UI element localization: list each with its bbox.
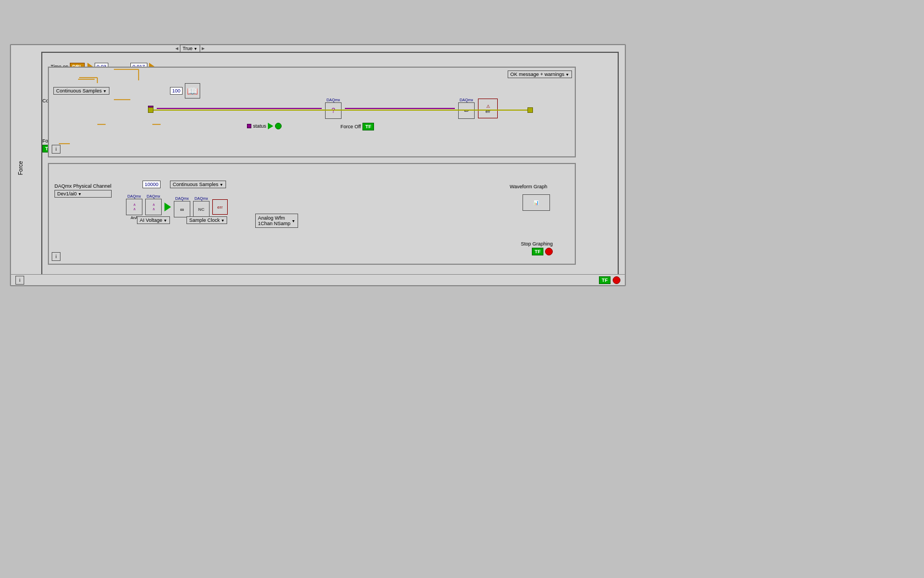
value-10000-container: 10000 (142, 181, 161, 188)
iter-icon-top: i (52, 145, 61, 154)
yellow-terminal-2 (527, 107, 533, 113)
true-label: True (183, 46, 193, 51)
continuous-samples-2[interactable]: Continuous Samples (170, 181, 226, 188)
analog-wfm-container: Analog Wfm1Chan NSamp (255, 214, 298, 228)
stop-circle-bottom[interactable] (545, 248, 553, 255)
inner-panel-bottom: DAQmx Physical Channel Dev1/ai0 10000 Co… (48, 163, 576, 265)
iter-label-status: i (19, 277, 20, 283)
daqmx-node-b4[interactable]: NC (193, 201, 210, 217)
continuous-samples-1[interactable]: Continuous Samples (53, 87, 109, 95)
iter-box-top: i (52, 145, 61, 154)
tf-green-stop: TF (532, 248, 543, 255)
inner-frame: ◄ True ▼ ► Time on DBL 0.03 0.013 + (41, 52, 619, 280)
force-label: Force (18, 105, 24, 231)
iter-box-bottom: i (52, 252, 61, 261)
daqmx-node-b1[interactable]: ∧∧ (126, 199, 142, 215)
ai-voltage-dropdown[interactable]: AI Voltage (137, 216, 170, 224)
stop-graphing-label: Stop Graphing (521, 241, 553, 247)
yellow-wire-row (148, 107, 533, 113)
daqmx-node-b2[interactable]: ∧∧ (145, 199, 162, 215)
tf-green-force-off: TF (362, 123, 374, 130)
daqmx-node-b3[interactable]: ∞ (174, 201, 190, 217)
value-100-group: 100 📖 (170, 83, 200, 99)
value-100: 100 (170, 87, 183, 95)
daqmx-channel-label: DAQmx Physical Channel (54, 183, 112, 189)
main-window: Force ◄ True ▼ ► Time on DBL 0.03 (10, 44, 626, 286)
inner-panel-top: Continuous Samples 100 📖 OK message + wa… (48, 67, 576, 157)
status-group: status (247, 123, 282, 129)
continuous-samples-2-container: Continuous Samples (170, 181, 226, 188)
tf-status: TF (599, 276, 610, 284)
book-icon: 📖 (185, 83, 200, 99)
force-off-label: Force Off (340, 124, 361, 129)
ok-message-dropdown[interactable]: OK message + warnings (508, 70, 572, 78)
stop-graphing-group: Stop Graphing TF (521, 241, 553, 255)
sample-clock-dropdown[interactable]: Sample Clock (186, 216, 227, 224)
status-circle (275, 123, 282, 129)
value-10000: 10000 (142, 181, 161, 188)
force-off-group: Force Off TF (340, 123, 374, 130)
ok-message-container: OK message + warnings (508, 70, 572, 78)
waveform-graph-box: 📊 (522, 194, 550, 211)
analog-wfm-dropdown[interactable]: Analog Wfm1Chan NSamp (255, 214, 298, 228)
dev1-ai0-dropdown[interactable]: Dev1/ai0 (54, 190, 112, 198)
status-arrow (268, 123, 273, 129)
daqmx-channel-group: DAQmx Physical Channel Dev1/ai0 (54, 183, 112, 198)
iter-icon-bottom: i (52, 252, 61, 261)
waveform-graph-label-container: Waveform Graph (510, 183, 547, 189)
continuous-samples-1-container: Continuous Samples (53, 87, 109, 95)
status-bar: i TF (11, 274, 625, 285)
stop-circle-status[interactable] (613, 276, 620, 284)
ai-voltage-container: AI Voltage (137, 216, 170, 224)
yellow-terminal-1 (148, 107, 153, 113)
status-terminal (247, 124, 251, 128)
error-box-bottom: err (212, 199, 228, 215)
waveform-graph-label: Waveform Graph (510, 184, 547, 189)
yellow-wire-1 (153, 110, 527, 111)
status-label: status (253, 123, 266, 129)
iter-box-status: i (15, 276, 24, 285)
true-selector-bar[interactable]: ◄ True ▼ ► (174, 45, 206, 52)
sample-clock-container: Sample Clock (186, 216, 227, 224)
play-arrow-bottom[interactable] (164, 203, 171, 211)
